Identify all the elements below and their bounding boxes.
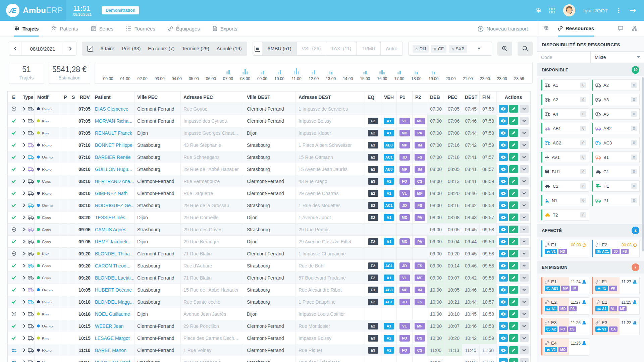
prev-day-button[interactable] — [9, 42, 21, 55]
expand-chevron-icon[interactable] — [23, 276, 25, 280]
new-transport-button[interactable]: Nouveau transport — [478, 21, 528, 37]
col-header[interactable]: DEST — [462, 92, 480, 103]
expand-chevron-icon[interactable] — [23, 336, 25, 340]
view-button[interactable] — [499, 141, 508, 149]
edit-button[interactable] — [509, 358, 518, 362]
tab-link[interactable]: Équipages — [168, 21, 200, 37]
type-cell[interactable] — [20, 356, 35, 362]
patient-link[interactable]: BLONDEL Magg... — [92, 296, 135, 308]
resource-card[interactable]: AV10 — [541, 152, 589, 163]
edit-button[interactable] — [509, 177, 518, 185]
patient-link[interactable]: BLONDEL Laetiti... — [92, 272, 135, 284]
col-header[interactable]: Adresse DEST — [296, 92, 365, 103]
patient-link[interactable]: MORVAN Richa... — [92, 115, 135, 127]
sidebar-tab-ressources[interactable]: Ressources — [558, 21, 594, 37]
view-button[interactable] — [499, 346, 508, 354]
expand-chevron-icon[interactable] — [23, 179, 25, 183]
more-menu-icon[interactable]: ⋮ — [616, 7, 622, 14]
resource-card[interactable]: A20 — [592, 79, 640, 91]
edit-button[interactable] — [509, 226, 518, 233]
view-button[interactable] — [499, 226, 508, 233]
expand-row-button[interactable] — [520, 117, 529, 125]
patient-link[interactable]: BARBE Manon — [92, 344, 135, 356]
expand-row-button[interactable] — [520, 322, 529, 330]
expand-chevron-icon[interactable] — [23, 360, 25, 362]
next-day-button[interactable] — [64, 42, 76, 55]
mission-crew-card[interactable]: E311:22V1CA — [592, 318, 640, 335]
col-header[interactable]: DEB — [427, 92, 445, 103]
expand-chevron-icon[interactable] — [23, 240, 25, 243]
grid-icon[interactable] — [549, 8, 555, 13]
edit-button[interactable] — [509, 117, 518, 125]
view-button[interactable] — [499, 201, 508, 209]
edit-button[interactable] — [509, 105, 518, 113]
edit-button[interactable] — [509, 322, 518, 330]
sidebar-tab-chat-icon[interactable] — [618, 21, 623, 37]
expand-row-button[interactable] — [520, 165, 529, 173]
col-header[interactable]: E — [8, 92, 20, 103]
caret-down-icon[interactable] — [478, 48, 481, 50]
col-header[interactable]: VEH — [381, 92, 397, 103]
expand-chevron-icon[interactable] — [23, 300, 25, 304]
patient-link[interactable]: HUBERT Océane — [92, 284, 135, 296]
edit-button[interactable] — [509, 274, 518, 282]
col-header[interactable]: Ville DEST — [244, 92, 296, 103]
view-button[interactable] — [499, 189, 508, 197]
type-cell[interactable] — [20, 175, 35, 187]
type-cell[interactable] — [20, 260, 35, 272]
edit-button[interactable] — [509, 238, 518, 245]
resource-card[interactable]: A40 — [541, 108, 589, 120]
expand-row-button[interactable] — [520, 298, 529, 306]
expand-row-button[interactable] — [520, 358, 529, 362]
tab-signpost[interactable]: Trajets — [14, 21, 39, 37]
patient-link[interactable]: WEBER Jean — [92, 320, 135, 332]
edit-button[interactable] — [509, 310, 518, 318]
expand-row-button[interactable] — [520, 286, 529, 294]
search-button[interactable] — [518, 42, 533, 56]
expand-row-button[interactable] — [520, 177, 529, 185]
type-cell[interactable] — [20, 127, 35, 139]
edit-button[interactable] — [509, 214, 518, 221]
type-cell[interactable] — [20, 187, 35, 199]
view-button[interactable] — [499, 153, 508, 161]
view-button[interactable] — [499, 250, 508, 257]
view-button[interactable] — [499, 105, 508, 113]
vehicle-type-filter[interactable]: TPMR — [356, 42, 380, 55]
view-button[interactable] — [499, 117, 508, 125]
type-cell[interactable] — [20, 272, 35, 284]
expand-row-button[interactable] — [520, 334, 529, 342]
edit-button[interactable] — [509, 201, 518, 209]
scrollbar-thumb[interactable] — [642, 77, 644, 251]
expand-chevron-icon[interactable] — [23, 131, 25, 135]
view-button[interactable] — [499, 262, 508, 269]
col-header[interactable]: Type — [20, 92, 35, 103]
mission-crew-card[interactable]: E111:24AB3MPIM — [541, 277, 589, 294]
col-header[interactable]: FIN — [480, 92, 497, 103]
resource-card[interactable]: T20 — [541, 209, 589, 221]
col-header[interactable]: P2 — [413, 92, 427, 103]
tab-patient[interactable]: Patients — [51, 21, 78, 37]
view-button[interactable] — [499, 286, 508, 294]
expand-chevron-icon[interactable] — [23, 264, 25, 267]
edit-button[interactable] — [509, 153, 518, 161]
user-name[interactable]: Igor ROOT — [583, 8, 608, 13]
type-cell[interactable] — [20, 344, 35, 356]
type-cell[interactable] — [20, 284, 35, 296]
resource-card[interactable]: AC20 — [541, 137, 589, 148]
tab-document[interactable]: Exports — [213, 21, 237, 37]
type-cell[interactable] — [20, 332, 35, 344]
patient-link[interactable]: CAMUS Agnès — [92, 224, 135, 235]
expand-row-button[interactable] — [520, 141, 529, 149]
col-header[interactable]: P — [61, 92, 69, 103]
mission-crew-card[interactable]: E111:27T1PK — [592, 277, 640, 294]
view-button[interactable] — [499, 334, 508, 342]
resource-card[interactable]: A20 — [541, 94, 589, 105]
col-header[interactable]: Motif — [35, 92, 61, 103]
expand-row-button[interactable] — [520, 310, 529, 318]
vehicle-type-filter[interactable]: TAXI (11) — [326, 42, 356, 55]
patient-link[interactable]: BLONDEL Thiba... — [92, 248, 135, 259]
vehicle-type-filter[interactable]: VSL (26) — [297, 42, 326, 55]
date-value[interactable]: 08/10/2021 — [21, 42, 64, 55]
expand-chevron-icon[interactable] — [23, 228, 25, 231]
type-cell[interactable] — [20, 163, 35, 175]
